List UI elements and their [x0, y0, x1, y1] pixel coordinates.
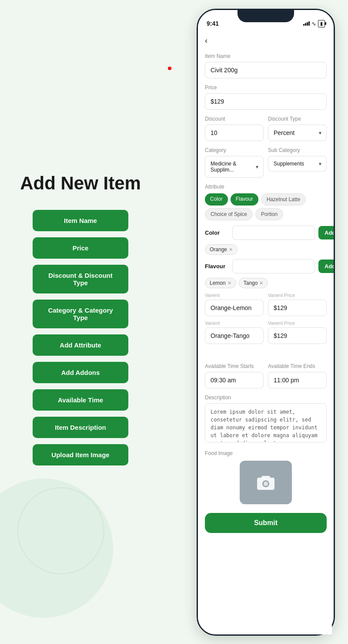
page-title: Add New Item [20, 172, 141, 194]
item-name-button[interactable]: Item Name [33, 210, 128, 231]
attr-tag-flavour[interactable]: Flavour [231, 193, 258, 206]
available-time-ends-label: Available Time Ends [268, 363, 327, 369]
add-addons-button[interactable]: Add Addons [33, 362, 128, 383]
color-attr-label: Color [205, 229, 229, 236]
attr-tag-portion[interactable]: Portion [255, 208, 283, 220]
food-image-label: Food Image [205, 450, 327, 456]
available-time-starts-label: Available Time Starts [205, 363, 264, 369]
camera-icon [257, 475, 274, 490]
remove-tango-icon[interactable]: ✕ [259, 280, 263, 286]
category-label: Category [205, 147, 264, 153]
category-wrapper: Medicine & Supplim... [205, 156, 264, 178]
flavour-input-row: Flavour Add [205, 259, 327, 273]
flavour-chips: Lemon ✕ Tango ✕ [205, 278, 327, 288]
variant1-label: Varient [205, 293, 264, 298]
attribute-tags: Color Flavour Hazelnut Latte Choice of S… [205, 193, 327, 220]
sub-category-wrapper: Supplements [268, 156, 327, 172]
flavour-add-button[interactable]: Add [318, 260, 334, 273]
flavour-attr-label: Flavour [205, 263, 229, 270]
phone-notch [238, 10, 294, 22]
discount-type-select[interactable]: Percent [268, 125, 327, 141]
attr-tag-choice-spice[interactable]: Choice of Spice [205, 208, 253, 220]
item-name-input[interactable] [205, 62, 327, 78]
available-time-ends-input[interactable] [268, 372, 327, 388]
variant2-price-input[interactable] [268, 327, 327, 344]
attribute-section: Attribute Color Flavour Hazelnut Latte C… [205, 184, 327, 344]
flavour-chip-tango[interactable]: Tango ✕ [239, 278, 268, 288]
battery-icon: ▮ [318, 20, 325, 27]
variant1-price-label: Varient Price [268, 293, 327, 298]
phone-frame: 9:41 ∿ ▮ ‹ Item Name Price Discount [197, 9, 335, 636]
color-add-button[interactable]: Add [318, 226, 334, 239]
discount-type-value: Percent [274, 129, 294, 136]
category-button[interactable]: Category & Category Type [33, 300, 128, 328]
discount-type-wrapper: Percent [268, 125, 327, 141]
upload-image-button[interactable]: Upload Item Image [33, 444, 128, 465]
add-attribute-button[interactable]: Add Attribute [33, 334, 128, 356]
variant2-price-label: Varient Price [268, 320, 327, 326]
discount-button[interactable]: Discount & Discount Type [33, 265, 128, 293]
variant-1-row: Varient Varient Price [205, 293, 327, 316]
variant1-input[interactable] [205, 300, 264, 316]
item-description-button[interactable]: Item Description [33, 417, 128, 438]
price-input[interactable] [205, 93, 327, 110]
left-panel: Add New Item Item Name Price Discount & … [0, 0, 161, 644]
attr-tag-color[interactable]: Color [205, 193, 228, 206]
attribute-label: Attribute [205, 184, 327, 190]
remove-lemon-icon[interactable]: ✕ [228, 280, 231, 286]
item-name-label: Item Name [205, 53, 327, 59]
category-value: Medicine & Supplim... [211, 161, 258, 173]
color-chips: Orange ✕ [205, 244, 327, 255]
svg-point-0 [264, 482, 268, 486]
status-icons: ∿ ▮ [303, 20, 325, 27]
description-textarea[interactable]: Lorem ipsum dolor sit amet, consetetur s… [205, 403, 327, 442]
sub-category-value: Supplements [274, 161, 304, 167]
back-button[interactable]: ‹ [205, 33, 207, 47]
attr-tag-hazelnut[interactable]: Hazelnut Latte [261, 193, 306, 206]
food-image-upload[interactable] [240, 461, 292, 504]
color-chip-orange[interactable]: Orange ✕ [205, 244, 238, 255]
discount-input[interactable] [205, 125, 264, 141]
sub-category-label: Sub Category [268, 147, 327, 153]
flavour-input[interactable] [232, 259, 315, 273]
discount-label: Discount [205, 116, 264, 122]
required-indicator [168, 67, 171, 70]
signal-icon [303, 21, 310, 26]
available-time-row: Available Time Starts Available Time End… [205, 357, 327, 388]
category-select[interactable]: Medicine & Supplim... [205, 156, 264, 178]
wifi-icon: ∿ [311, 20, 316, 27]
price-label: Price [205, 84, 327, 91]
variant1-price-input[interactable] [268, 300, 327, 316]
status-time: 9:41 [207, 20, 219, 27]
available-time-starts-input[interactable] [205, 372, 264, 388]
price-button[interactable]: Price [33, 237, 128, 259]
flavour-chip-lemon[interactable]: Lemon ✕ [205, 278, 236, 288]
phone-content[interactable]: ‹ Item Name Price Discount Discount Type… [198, 33, 334, 634]
submit-button[interactable]: Submit [205, 513, 327, 533]
variant2-label: Varient [205, 320, 264, 326]
description-label: Description [205, 394, 327, 401]
discount-type-label: Discount Type [268, 116, 327, 122]
variant2-input[interactable] [205, 327, 264, 344]
sub-category-select[interactable]: Supplements [268, 156, 327, 172]
available-time-button[interactable]: Available Time [33, 389, 128, 411]
color-input[interactable] [232, 226, 315, 240]
remove-orange-icon[interactable]: ✕ [229, 247, 233, 253]
color-input-row: Color Add [205, 226, 327, 240]
variant-2-row: Varient Varient Price [205, 320, 327, 344]
section-spacer [205, 344, 327, 357]
